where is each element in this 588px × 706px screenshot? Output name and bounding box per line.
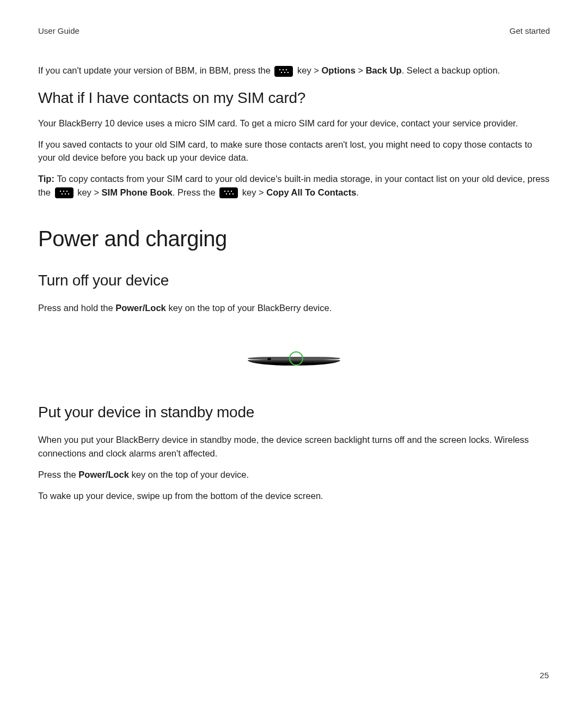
- power-charging-heading: Power and charging: [38, 227, 550, 251]
- standby-para-1: When you put your BlackBerry device in s…: [38, 433, 550, 460]
- sim-para-2: If you saved contacts to your old SIM ca…: [38, 138, 550, 165]
- standby2-bold: Power/Lock: [78, 470, 129, 479]
- intro-bold-options: Options: [322, 65, 356, 75]
- intro-bold-backup: Back Up: [366, 65, 402, 75]
- tip-text-2: key >: [77, 187, 101, 197]
- tip-label: Tip:: [38, 174, 57, 184]
- intro-text-1: If you can't update your version of BBM,…: [38, 65, 273, 75]
- tip-text-4: key >: [242, 187, 266, 197]
- header-right: Get started: [510, 26, 550, 35]
- standby-heading: Put your device in standby mode: [38, 404, 550, 421]
- intro-text-4: . Select a backup option.: [402, 65, 500, 75]
- device-side-view: [248, 355, 340, 367]
- page-number: 25: [540, 671, 549, 680]
- tip-bold-sim: SIM Phone Book: [102, 187, 173, 197]
- standby2-text-1: Press the: [38, 470, 78, 479]
- turnoff-text-2: key on the top of your BlackBerry device…: [166, 303, 332, 313]
- turnoff-bold: Power/Lock: [115, 303, 166, 313]
- device-diagram: [38, 336, 550, 385]
- tip-paragraph: Tip: To copy contacts from your SIM card…: [38, 172, 550, 199]
- turnoff-text-1: Press and hold the: [38, 303, 115, 313]
- standby-para-3: To wake up your device, swipe up from th…: [38, 489, 550, 503]
- tip-text-3: . Press the: [173, 187, 218, 197]
- intro-text-2: key >: [297, 65, 321, 75]
- blackberry-menu-icon: [274, 66, 293, 77]
- sim-contacts-heading: What if I have contacts on my SIM card?: [38, 89, 550, 107]
- blackberry-menu-icon: [55, 187, 74, 198]
- intro-paragraph: If you can't update your version of BBM,…: [38, 64, 550, 77]
- intro-text-3: >: [356, 65, 366, 75]
- blackberry-menu-icon: [219, 187, 238, 198]
- turn-off-heading: Turn off your device: [38, 272, 550, 289]
- sim-para-1: Your BlackBerry 10 device uses a micro S…: [38, 117, 550, 130]
- turn-off-paragraph: Press and hold the Power/Lock key on the…: [38, 301, 550, 315]
- header-left: User Guide: [38, 26, 79, 35]
- tip-bold-copy: Copy All To Contacts: [266, 187, 356, 197]
- standby-para-2: Press the Power/Lock key on the top of y…: [38, 468, 550, 482]
- tip-text-5: .: [356, 187, 359, 197]
- standby2-text-2: key on the top of your device.: [129, 470, 249, 479]
- page-header: User Guide Get started: [38, 26, 550, 35]
